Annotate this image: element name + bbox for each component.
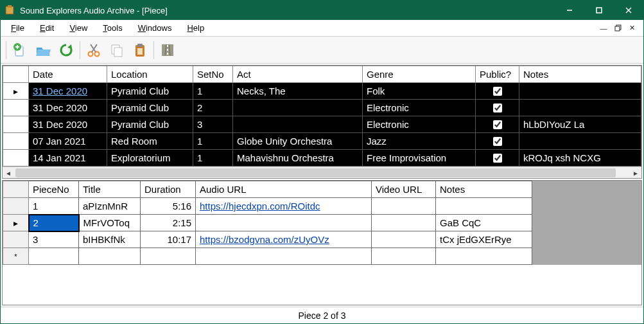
col-genre[interactable]: Genre (363, 66, 476, 83)
col-notes[interactable]: Notes (519, 66, 641, 83)
cell-act[interactable] (233, 116, 363, 133)
table-row[interactable]: 2MFrVOToq2:15GaB CqC (3, 215, 532, 231)
cell-duration[interactable]: 5:16 (141, 198, 196, 215)
cell-location[interactable]: Pyramid Club (107, 100, 193, 116)
menu-file[interactable]: File (4, 22, 31, 34)
table-row[interactable]: 14 Jan 2021Exploratorium1Mahavishnu Orch… (3, 150, 641, 166)
empty-cell[interactable] (79, 248, 141, 265)
cell-public[interactable] (476, 116, 519, 133)
paste-button[interactable] (129, 39, 151, 61)
open-button[interactable] (32, 39, 54, 61)
table-row[interactable]: 1aPIznMnR5:16https://hjecdxpn.com/ROitdc (3, 198, 532, 215)
table-row[interactable]: 31 Dec 2020Pyramid Club3ElectronichLbDIY… (3, 116, 641, 133)
cell-location[interactable]: Pyramid Club (107, 116, 193, 133)
cell-date[interactable]: 31 Dec 2020 (29, 100, 107, 116)
cell-setno[interactable]: 3 (193, 116, 233, 133)
cell-video-url[interactable] (372, 215, 436, 231)
road-button[interactable] (157, 39, 178, 61)
copy-button[interactable] (106, 39, 128, 61)
cell-video-url[interactable] (372, 231, 436, 248)
audio-link[interactable]: https://bzodgvna.com/zUyOVz (200, 234, 329, 245)
table-row[interactable]: 31 Dec 2020Pyramid Club1Necks, TheFolk (3, 83, 641, 100)
cell-notes[interactable] (519, 83, 641, 100)
cell-title[interactable]: MFrVOToq (79, 215, 141, 231)
cell-date[interactable]: 07 Jan 2021 (29, 133, 107, 150)
row-selector[interactable] (3, 198, 29, 215)
minimize-button[interactable] (555, 1, 584, 20)
col-location[interactable]: Location (107, 66, 193, 83)
scroll-right-icon[interactable]: ► (630, 167, 641, 179)
row-selector[interactable] (3, 215, 29, 231)
cell-audio-url[interactable] (196, 215, 372, 231)
sets-grid[interactable]: Date Location SetNo Act Genre Public? No… (2, 65, 642, 179)
public-checkbox[interactable] (493, 87, 502, 96)
mdi-close-icon[interactable]: ✕ (627, 23, 637, 33)
cell-location[interactable]: Red Room (107, 133, 193, 150)
cell-genre[interactable]: Electronic (363, 116, 476, 133)
empty-cell[interactable] (196, 248, 372, 265)
cell-act[interactable]: Necks, The (233, 83, 363, 100)
row-header-corner[interactable] (3, 66, 29, 83)
cell-audio-url[interactable]: https://bzodgvna.com/zUyOVz (196, 231, 372, 248)
cell-pieceno[interactable]: 2 (29, 215, 79, 231)
maximize-button[interactable] (584, 1, 614, 20)
audio-link[interactable]: https://hjecdxpn.com/ROitdc (200, 201, 320, 212)
col-title[interactable]: Title (79, 181, 141, 198)
cell-pieceno[interactable]: 3 (29, 231, 79, 248)
cell-setno[interactable]: 1 (193, 150, 233, 166)
cell-public[interactable] (476, 100, 519, 116)
public-checkbox[interactable] (493, 104, 502, 113)
menu-tools[interactable]: Tools (96, 22, 128, 34)
cell-act[interactable] (233, 100, 363, 116)
row-selector[interactable] (3, 83, 29, 100)
cell-date[interactable]: 14 Jan 2021 (29, 150, 107, 166)
sets-table[interactable]: Date Location SetNo Act Genre Public? No… (3, 66, 641, 166)
horizontal-scrollbar[interactable]: ◄ ► (3, 166, 641, 178)
public-checkbox[interactable] (493, 137, 502, 146)
pieces-grid[interactable]: PieceNo Title Duration Audio URL Video U… (2, 180, 642, 305)
cell-location[interactable]: Exploratorium (107, 150, 193, 166)
mdi-restore-icon[interactable] (613, 23, 623, 33)
col-act[interactable]: Act (233, 66, 363, 83)
cell-act[interactable]: Mahavishnu Orchestra (233, 150, 363, 166)
close-button[interactable] (614, 1, 643, 20)
table-row[interactable]: 07 Jan 2021Red Room1Globe Unity Orchestr… (3, 133, 641, 150)
cell-notes[interactable]: kROJq xsh NCXG (519, 150, 641, 166)
mdi-minimize-icon[interactable]: — (598, 23, 609, 33)
cell-notes[interactable] (519, 100, 641, 116)
row-header-corner[interactable] (3, 181, 29, 198)
scroll-left-icon[interactable]: ◄ (3, 167, 14, 179)
menu-edit[interactable]: Edit (33, 22, 60, 34)
menu-windows[interactable]: Windows (132, 22, 178, 34)
cell-notes[interactable]: GaB CqC (436, 215, 532, 231)
cell-pieceno[interactable]: 1 (29, 198, 79, 215)
cell-location[interactable]: Pyramid Club (107, 83, 193, 100)
cell-act[interactable]: Globe Unity Orchestra (233, 133, 363, 150)
col-audio-url[interactable]: Audio URL (196, 181, 372, 198)
col-setno[interactable]: SetNo (193, 66, 233, 83)
new-button[interactable] (9, 39, 31, 61)
row-selector[interactable] (3, 116, 29, 133)
cell-genre[interactable]: Jazz (363, 133, 476, 150)
row-selector[interactable] (3, 231, 29, 248)
menu-view[interactable]: View (63, 22, 94, 34)
cell-public[interactable] (476, 133, 519, 150)
col-pieceno[interactable]: PieceNo (29, 181, 79, 198)
cell-notes[interactable] (519, 133, 641, 150)
table-row[interactable]: 31 Dec 2020Pyramid Club2Electronic (3, 100, 641, 116)
cell-duration[interactable]: 10:17 (141, 231, 196, 248)
table-row[interactable]: 3bIHBKfNk10:17https://bzodgvna.com/zUyOV… (3, 231, 532, 248)
cell-audio-url[interactable]: https://hjecdxpn.com/ROitdc (196, 198, 372, 215)
cell-genre[interactable]: Electronic (363, 100, 476, 116)
new-row[interactable]: * (3, 248, 532, 265)
cell-date[interactable]: 31 Dec 2020 (29, 83, 107, 100)
cell-duration[interactable]: 2:15 (141, 215, 196, 231)
row-selector[interactable] (3, 100, 29, 116)
row-selector[interactable] (3, 133, 29, 150)
new-row-indicator[interactable]: * (3, 248, 29, 265)
cell-notes[interactable] (436, 198, 532, 215)
cell-setno[interactable]: 1 (193, 83, 233, 100)
scroll-thumb[interactable] (15, 168, 616, 177)
cell-public[interactable] (476, 83, 519, 100)
public-checkbox[interactable] (493, 154, 502, 163)
